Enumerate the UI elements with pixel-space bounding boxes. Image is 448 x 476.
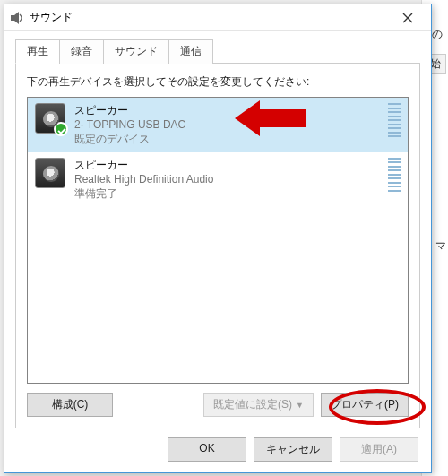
cancel-button[interactable]: キャンセル (254, 437, 332, 462)
titlebar: サウンド (4, 4, 431, 31)
properties-button[interactable]: プロパティ(P) (321, 393, 409, 417)
device-item[interactable]: スピーカー Realtek High Definition Audio 準備完了 (28, 152, 408, 207)
client-area: 再生 録音 サウンド 通信 下の再生デバイスを選択してその設定を変更してください… (4, 31, 431, 472)
window-title: サウンド (30, 10, 390, 25)
svg-marker-1 (14, 12, 19, 24)
tab-recording[interactable]: 録音 (59, 39, 104, 64)
device-status: 既定のデバイス (74, 132, 381, 146)
device-status: 準備完了 (74, 186, 381, 201)
tab-sounds[interactable]: サウンド (103, 39, 169, 64)
sound-dialog: サウンド 再生 録音 サウンド 通信 下の再生デバイスを選択してその設定を変更し… (4, 4, 432, 473)
sound-icon (10, 11, 24, 25)
bg-text: の (432, 27, 443, 42)
speaker-icon (35, 103, 65, 134)
apply-button[interactable]: 適用(A) (340, 437, 418, 462)
device-name: スピーカー (74, 158, 381, 172)
device-text: スピーカー Realtek High Definition Audio 準備完了 (74, 158, 381, 202)
speaker-icon (35, 158, 65, 188)
chevron-down-icon: ▼ (296, 401, 304, 410)
tab-strip: 再生 録音 サウンド 通信 (15, 39, 420, 63)
default-badge-icon (54, 122, 68, 136)
playback-panel: 下の再生デバイスを選択してその設定を変更してください: スピーカー 2- TOP… (15, 63, 420, 428)
spacer (120, 393, 196, 417)
device-text: スピーカー 2- TOPPING USB DAC 既定のデバイス (74, 103, 381, 147)
svg-rect-0 (11, 15, 14, 21)
device-driver: 2- TOPPING USB DAC (74, 117, 381, 132)
tab-playback[interactable]: 再生 (15, 39, 60, 64)
set-default-label: 既定値に設定(S) (213, 397, 292, 412)
set-default-button[interactable]: 既定値に設定(S) ▼ (203, 393, 314, 417)
close-icon (402, 13, 413, 23)
configure-button[interactable]: 構成(C) (27, 393, 113, 417)
close-button[interactable] (390, 5, 426, 30)
panel-button-row: 構成(C) 既定値に設定(S) ▼ プロパティ(P) (27, 393, 409, 417)
device-item[interactable]: スピーカー 2- TOPPING USB DAC 既定のデバイス (28, 98, 408, 152)
device-driver: Realtek High Definition Audio (74, 172, 381, 186)
level-meter (388, 158, 401, 192)
ok-button[interactable]: OK (168, 437, 246, 462)
device-list[interactable]: スピーカー 2- TOPPING USB DAC 既定のデバイス スピーカー R… (27, 97, 409, 384)
level-meter (388, 103, 401, 137)
dialog-button-row: OK キャンセル 適用(A) (15, 437, 420, 462)
device-name: スピーカー (74, 103, 381, 117)
tab-communications[interactable]: 通信 (168, 39, 213, 64)
instruction-text: 下の再生デバイスを選択してその設定を変更してください: (27, 74, 409, 90)
